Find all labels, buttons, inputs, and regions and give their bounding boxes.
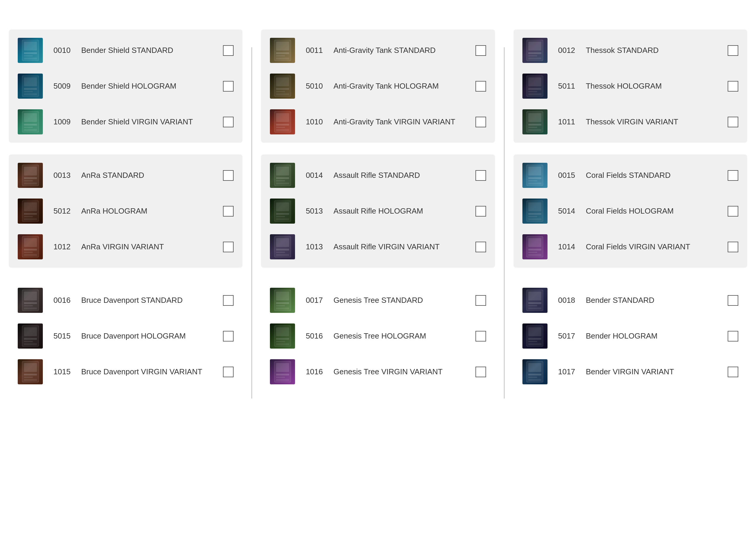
svg-rect-73 (276, 252, 285, 253)
card-thumbnail (18, 288, 43, 313)
card-name: AnRa STANDARD (81, 171, 223, 180)
svg-rect-4 (24, 58, 37, 59)
card-thumbnail (523, 288, 548, 313)
table-row: 5012AnRa HOLOGRAM (9, 193, 242, 229)
card-name: Bender VIRGIN VARIANT (586, 367, 728, 376)
card-thumbnail (270, 73, 295, 99)
table-row: 1011Thessok VIRGIN VARIANT (514, 104, 747, 140)
card-thumbnail (523, 109, 548, 134)
svg-rect-39 (24, 343, 37, 345)
card-name: Bruce Davenport STANDARD (81, 296, 223, 305)
svg-rect-128 (528, 341, 537, 342)
table-row: 5011Thessok HOLOGRAM (514, 68, 747, 104)
card-thumbnail (270, 234, 295, 259)
card-number: 0016 (49, 296, 75, 305)
svg-rect-79 (276, 308, 289, 309)
card-checkbox[interactable] (223, 295, 233, 306)
svg-rect-94 (528, 58, 541, 59)
card-thumbnail (523, 234, 548, 259)
svg-rect-86 (276, 363, 289, 372)
svg-rect-29 (24, 254, 37, 256)
card-thumbnail (270, 38, 295, 63)
card-number: 1013 (301, 242, 328, 251)
card-number: 1009 (49, 117, 75, 127)
card-name: Thessok STANDARD (586, 46, 728, 55)
card-checkbox[interactable] (223, 170, 233, 181)
svg-rect-62 (276, 177, 289, 179)
card-name: Coral Fields HOLOGRAM (586, 207, 728, 216)
card-thumbnail (18, 163, 43, 188)
card-thumbnail (523, 359, 548, 384)
svg-rect-31 (24, 292, 37, 300)
card-checkbox[interactable] (475, 81, 486, 92)
card-thumbnail (523, 163, 548, 188)
table-row: 1014Coral Fields VIRGIN VARIANT (514, 229, 747, 265)
card-number: 5009 (49, 82, 75, 91)
card-checkbox[interactable] (728, 367, 738, 377)
card-checkbox[interactable] (728, 295, 738, 306)
svg-rect-37 (24, 338, 37, 340)
table-row: 5013Assault Rifle HOLOGRAM (261, 193, 495, 229)
card-name: Bender STANDARD (586, 296, 728, 305)
group-group1-col3: 0012Thessok STANDARD 5011Thessok HOLOGRA… (514, 30, 747, 143)
card-checkbox[interactable] (475, 117, 486, 127)
card-checkbox[interactable] (728, 45, 738, 56)
card-name: Assault Rifle STANDARD (334, 171, 475, 180)
card-name: Anti-Gravity Tank HOLOGRAM (334, 82, 475, 91)
card-name: Bender Shield HOLOGRAM (81, 82, 223, 91)
card-checkbox[interactable] (475, 331, 486, 342)
card-number: 5010 (301, 82, 328, 91)
svg-rect-7 (24, 88, 37, 90)
svg-rect-119 (528, 254, 541, 256)
card-checkbox[interactable] (728, 242, 738, 252)
group-group3-col3: 0018Bender STANDARD 5017Bender HOLOGRAM … (514, 279, 747, 393)
group-group3-col2: 0017Genesis Tree STANDARD 5016Genesis Tr… (261, 279, 495, 393)
table-row: 1009Bender Shield VIRGIN VARIANT (9, 104, 242, 140)
table-row: 0018Bender STANDARD (514, 282, 747, 318)
card-checkbox[interactable] (475, 242, 486, 252)
svg-rect-134 (528, 379, 541, 381)
svg-rect-78 (276, 305, 285, 306)
card-checkbox[interactable] (728, 170, 738, 181)
card-checkbox[interactable] (475, 170, 486, 181)
card-thumbnail (270, 109, 295, 134)
card-name: Coral Fields VIRGIN VARIANT (586, 242, 728, 251)
svg-rect-91 (528, 42, 541, 50)
card-name: Bender Shield VIRGIN VARIANT (81, 117, 223, 127)
card-checkbox[interactable] (475, 45, 486, 56)
svg-rect-53 (276, 91, 285, 92)
svg-rect-71 (276, 238, 289, 247)
card-checkbox[interactable] (223, 81, 233, 92)
svg-rect-102 (528, 124, 541, 126)
card-checkbox[interactable] (728, 117, 738, 127)
column-2: 0011Anti-Gravity Tank STANDARD 5010Anti-… (252, 24, 503, 399)
svg-rect-81 (276, 327, 289, 336)
card-name: Anti-Gravity Tank VIRGIN VARIANT (334, 117, 475, 127)
card-checkbox[interactable] (223, 206, 233, 216)
card-name: Bruce Davenport HOLOGRAM (81, 331, 223, 341)
card-checkbox[interactable] (728, 331, 738, 342)
card-number: 1010 (301, 117, 328, 127)
card-checkbox[interactable] (223, 367, 233, 377)
card-thumbnail (270, 163, 295, 188)
card-checkbox[interactable] (728, 81, 738, 92)
column-1: 0010Bender Shield STANDARD 5009Bender Sh… (0, 24, 251, 399)
svg-rect-6 (24, 77, 37, 86)
card-checkbox[interactable] (728, 206, 738, 216)
card-checkbox[interactable] (223, 331, 233, 342)
card-checkbox[interactable] (223, 45, 233, 56)
card-checkbox[interactable] (475, 295, 486, 306)
card-name: Assault Rifle VIRGIN VARIANT (334, 242, 475, 251)
svg-rect-28 (24, 252, 33, 253)
card-checkbox[interactable] (223, 242, 233, 252)
svg-rect-23 (24, 216, 33, 217)
table-row: 5015Bruce Davenport HOLOGRAM (9, 318, 242, 354)
card-checkbox[interactable] (475, 367, 486, 377)
card-checkbox[interactable] (223, 117, 233, 127)
card-thumbnail (523, 199, 548, 224)
card-number: 1016 (301, 367, 328, 376)
card-number: 0014 (301, 171, 328, 180)
card-name: Anti-Gravity Tank STANDARD (334, 46, 475, 55)
card-checkbox[interactable] (475, 206, 486, 216)
card-thumbnail (270, 199, 295, 224)
